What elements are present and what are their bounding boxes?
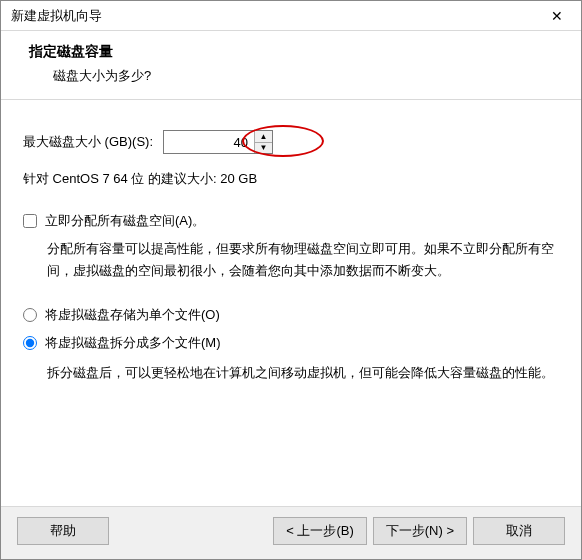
cancel-button[interactable]: 取消: [473, 517, 565, 545]
window-title: 新建虚拟机向导: [11, 7, 537, 25]
spinner-buttons: ▲ ▼: [254, 131, 272, 153]
store-single-radio[interactable]: [23, 308, 37, 322]
recommended-size: 针对 CentOS 7 64 位 的建议大小: 20 GB: [23, 170, 559, 188]
spinner-down-icon[interactable]: ▼: [255, 143, 272, 154]
store-split-label: 将虚拟磁盘拆分成多个文件(M): [45, 334, 221, 352]
page-subheading: 磁盘大小为多少?: [53, 67, 561, 85]
back-button[interactable]: < 上一步(B): [273, 517, 367, 545]
store-single-row[interactable]: 将虚拟磁盘存储为单个文件(O): [23, 306, 559, 324]
wizard-window: 新建虚拟机向导 ✕ 指定磁盘容量 磁盘大小为多少? 最大磁盘大小 (GB)(S)…: [0, 0, 582, 560]
titlebar: 新建虚拟机向导 ✕: [1, 1, 581, 31]
disk-size-label: 最大磁盘大小 (GB)(S):: [23, 133, 153, 151]
help-button[interactable]: 帮助: [17, 517, 109, 545]
store-split-row[interactable]: 将虚拟磁盘拆分成多个文件(M): [23, 334, 559, 352]
allocate-now-row[interactable]: 立即分配所有磁盘空间(A)。: [23, 212, 559, 230]
page-heading: 指定磁盘容量: [29, 43, 561, 61]
spinner-up-icon[interactable]: ▲: [255, 131, 272, 143]
disk-size-spinner[interactable]: ▲ ▼: [163, 130, 273, 154]
allocate-now-label: 立即分配所有磁盘空间(A)。: [45, 212, 205, 230]
footer: 帮助 < 上一步(B) 下一步(N) > 取消: [1, 506, 581, 559]
store-split-radio[interactable]: [23, 336, 37, 350]
close-icon[interactable]: ✕: [537, 2, 577, 30]
store-single-label: 将虚拟磁盘存储为单个文件(O): [45, 306, 220, 324]
store-split-desc: 拆分磁盘后，可以更轻松地在计算机之间移动虚拟机，但可能会降低大容量磁盘的性能。: [47, 362, 559, 384]
next-button[interactable]: 下一步(N) >: [373, 517, 467, 545]
allocate-now-checkbox[interactable]: [23, 214, 37, 228]
disk-size-row: 最大磁盘大小 (GB)(S): ▲ ▼: [23, 130, 559, 154]
content-area: 最大磁盘大小 (GB)(S): ▲ ▼ 针对 CentOS 7 64 位 的建议…: [1, 100, 581, 506]
allocate-now-desc: 分配所有容量可以提高性能，但要求所有物理磁盘空间立即可用。如果不立即分配所有空间…: [47, 238, 559, 282]
disk-size-input[interactable]: [164, 131, 254, 153]
header: 指定磁盘容量 磁盘大小为多少?: [1, 31, 581, 100]
